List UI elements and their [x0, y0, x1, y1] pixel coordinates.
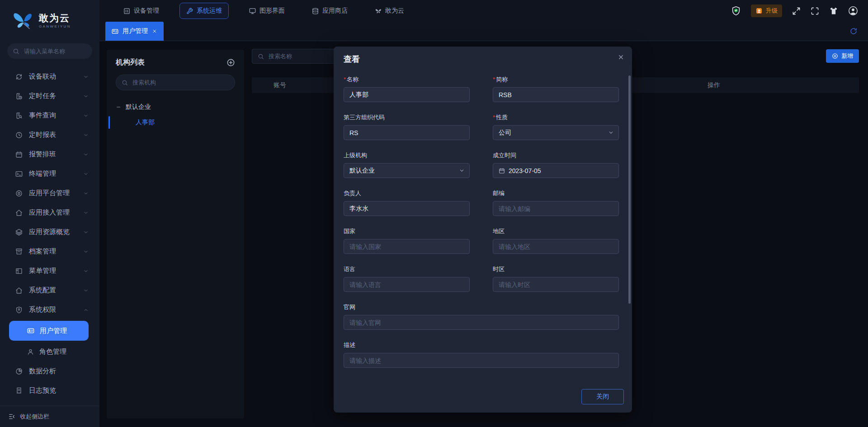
sidebar-item-menu-management[interactable]: 菜单管理 [0, 261, 99, 281]
sidebar-item-system-permissions[interactable]: 系统权限 [0, 300, 99, 319]
search-icon [122, 80, 128, 86]
tree-node-hr-department[interactable]: 人事部 [107, 114, 235, 131]
fullscreen-icon[interactable] [792, 7, 801, 15]
platform-icon [15, 190, 23, 197]
region-field[interactable] [493, 239, 619, 254]
website-field[interactable] [344, 315, 619, 330]
nav-item-ganweiyun[interactable]: 敢为云 [368, 3, 411, 19]
sidebar-item-user-management[interactable]: 用户管理 [9, 321, 89, 341]
sidebar-item-label: 档案管理 [29, 247, 56, 256]
sidebar-item-app-platform[interactable]: 应用平台管理 [0, 183, 99, 203]
user-avatar-icon[interactable] [848, 6, 858, 16]
sidebar-item-log-preview[interactable]: 日志预览 [0, 381, 99, 400]
sidebar-item-label: 终端管理 [29, 169, 56, 178]
upgrade-box-icon [755, 7, 763, 14]
close-tab-icon[interactable] [152, 28, 157, 34]
sidebar-item-app-access[interactable]: 应用接入管理 [0, 203, 99, 222]
home-icon [15, 287, 23, 294]
theme-tshirt-icon[interactable] [829, 6, 838, 15]
sidebar-item-scheduled-reports[interactable]: 定时报表 [0, 125, 99, 145]
modal-form: 名称 简称 第三方组织代码 性质 公司 [344, 75, 619, 368]
sidebar-item-label: 菜单管理 [29, 267, 56, 275]
modal-scrollbar[interactable] [628, 75, 631, 304]
chevron-down-icon [83, 74, 89, 80]
column-header-action: 操作 [708, 77, 720, 93]
menu-search[interactable] [7, 43, 92, 59]
shortname-field[interactable] [493, 87, 619, 102]
nav-item-label: 图形界面 [259, 7, 285, 15]
field-label-timezone: 时区 [493, 265, 619, 273]
org-search-input[interactable] [132, 79, 229, 86]
sidebar-item-app-resources[interactable]: 应用资源概览 [0, 222, 99, 242]
language-field[interactable] [344, 277, 470, 292]
nav-item-app-store[interactable]: 应用商店 [305, 3, 354, 19]
sidebar-item-label: 定时任务 [29, 92, 56, 100]
timezone-field[interactable] [493, 277, 619, 292]
name-field[interactable] [344, 87, 470, 102]
sidebar-item-label: 应用平台管理 [29, 189, 70, 197]
sidebar-item-scheduled-tasks[interactable]: 定时任务 [0, 86, 99, 106]
calendar-icon [15, 151, 23, 158]
security-shield-icon[interactable] [731, 6, 741, 16]
sidebar: 敢为云 GANWEIYUN 设备联动 定时任务 事件查询 [0, 0, 99, 427]
clock-icon [15, 131, 23, 139]
close-icon[interactable] [618, 54, 624, 61]
menu-search-input[interactable] [23, 47, 87, 55]
field-label-org-code: 第三方组织代码 [344, 113, 470, 122]
sidebar-item-label: 报警排班 [29, 150, 56, 159]
parent-org-select[interactable]: 默认企业 [344, 163, 470, 178]
chevron-down-icon [83, 249, 89, 254]
sidebar-item-device-linkage[interactable]: 设备联动 [0, 67, 99, 86]
chevron-down-icon [83, 152, 89, 157]
field-label-founding-date: 成立时间 [493, 151, 619, 160]
nav-item-graphic-interface[interactable]: 图形界面 [242, 3, 292, 19]
scan-frame-icon[interactable] [811, 7, 819, 15]
add-user-button[interactable]: 新增 [826, 49, 859, 63]
sidebar-item-event-query[interactable]: 事件查询 [0, 106, 99, 125]
search-icon [13, 48, 19, 55]
sidebar-item-role-management[interactable]: 角色管理 [0, 342, 99, 361]
chevron-down-icon [83, 288, 89, 293]
sidebar-item-data-analysis[interactable]: 数据分析 [0, 361, 99, 381]
collapse-minus-icon[interactable] [116, 104, 121, 110]
shield-key-icon [15, 306, 23, 314]
tab-user-management[interactable]: 用户管理 [105, 22, 164, 41]
refresh-icon[interactable] [850, 28, 857, 37]
parent-org-select-value: 默认企业 [349, 167, 375, 175]
top-nav-tools: 升级 [731, 5, 868, 17]
field-label-description: 描述 [344, 341, 619, 349]
manager-field[interactable] [344, 201, 470, 216]
sidebar-item-system-config[interactable]: 系统配置 [0, 281, 99, 300]
pie-chart-icon [15, 368, 23, 375]
tree-node-default-enterprise[interactable]: 默认企业 [116, 100, 235, 114]
collapse-sidebar-button[interactable]: 收起侧边栏 [0, 406, 99, 427]
nav-item-device-management[interactable]: 设备管理 [117, 3, 166, 19]
sidebar-item-terminal-management[interactable]: 终端管理 [0, 164, 99, 183]
field-label-nature: 性质 [493, 113, 619, 122]
nav-item-label: 系统运维 [197, 7, 222, 15]
sidebar-item-label: 设备联动 [29, 72, 56, 81]
archive-icon [15, 248, 23, 255]
chevron-down-icon [83, 94, 89, 99]
founding-date-picker[interactable]: 2023-07-05 [493, 163, 619, 178]
close-button[interactable]: 关闭 [581, 389, 624, 404]
nav-item-label: 应用商店 [322, 7, 348, 15]
field-label-website: 官网 [344, 303, 619, 311]
org-code-field[interactable] [344, 125, 470, 140]
postcode-field[interactable] [493, 201, 619, 216]
sidebar-item-label: 应用资源概览 [29, 228, 70, 236]
nature-select[interactable]: 公司 [493, 125, 619, 140]
nav-item-system-operations[interactable]: 系统运维 [179, 3, 229, 19]
sidebar-item-label: 系统配置 [29, 286, 56, 295]
sidebar-item-label: 用户管理 [40, 327, 67, 335]
chevron-down-icon [83, 268, 89, 274]
org-search[interactable] [116, 75, 235, 90]
sidebar-item-archive-management[interactable]: 档案管理 [0, 242, 99, 261]
add-org-icon[interactable] [226, 58, 235, 67]
home-icon [15, 209, 23, 216]
sidebar-item-alarm-scheduling[interactable]: 报警排班 [0, 145, 99, 164]
doc-search-icon [15, 112, 23, 119]
country-field[interactable] [344, 239, 470, 254]
upgrade-button[interactable]: 升级 [751, 5, 782, 17]
description-field[interactable] [344, 353, 619, 368]
